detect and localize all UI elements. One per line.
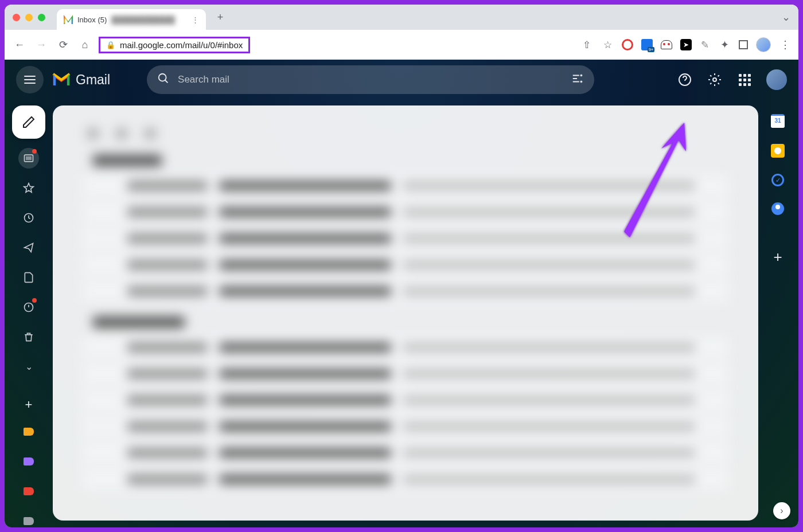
tab-close-icon[interactable]: ⋮ [192,15,199,24]
settings-button[interactable] [703,68,726,91]
keep-addon[interactable] [771,144,785,158]
gmail-favicon [64,15,73,24]
search-options-icon[interactable] [571,72,584,88]
sent-nav[interactable] [18,237,39,258]
url-text[interactable]: mail.google.com/mail/u/0/#inbox [120,40,243,50]
star-icon [23,182,34,194]
inbox-icon [23,152,34,164]
svg-point-0 [159,73,166,81]
close-window-button[interactable] [13,14,20,21]
label-purple[interactable] [18,451,39,472]
label-orange[interactable] [18,421,39,442]
chrome-menu-icon[interactable]: ⋮ [779,38,792,51]
svg-rect-5 [26,157,32,161]
starred-nav[interactable] [18,178,39,198]
bookmark-star-icon[interactable]: ☆ [601,38,614,51]
browser-toolbar: ← → ⟳ ⌂ 🔒 mail.google.com/mail/u/0/#inbo… [5,30,798,60]
hamburger-icon [24,76,36,84]
gmail-m-icon [52,72,71,87]
search-icon [157,72,170,88]
label-red[interactable] [18,481,39,502]
gear-icon [708,73,722,87]
side-panel: + [763,114,793,266]
inbox-nav[interactable] [18,148,39,169]
account-avatar[interactable] [766,69,787,90]
label-icon [24,487,34,495]
send-icon [23,242,34,253]
tab-title: Inbox (5) [77,15,107,24]
gmail-header: Gmail [5,60,798,100]
forward-button[interactable]: → [33,37,49,53]
extensions-menu-icon[interactable]: ✦ [718,38,731,51]
back-button[interactable]: ← [11,37,28,53]
tasks-addon[interactable] [771,174,784,186]
address-bar-highlight: 🔒 mail.google.com/mail/u/0/#inbox [99,37,250,53]
window-controls [13,14,45,21]
support-button[interactable] [673,68,696,91]
file-icon [23,272,34,283]
reload-button[interactable]: ⟳ [55,37,71,53]
lock-icon[interactable]: 🔒 [106,41,115,49]
main-menu-button[interactable] [16,66,44,93]
share-icon[interactable]: ⇧ [580,38,593,51]
search-box[interactable] [147,65,594,94]
tab-title-redacted: ████████████ [111,15,175,24]
extension-opera-icon[interactable] [622,39,633,50]
home-button[interactable]: ⌂ [77,37,93,53]
toolbar-right: ⇧ ☆ ➤ ✎ ✦ ⋮ [580,37,792,52]
alert-icon [23,302,34,313]
help-icon [678,73,692,87]
left-nav-rail: ⌄ + [11,105,46,527]
label-icon [24,517,34,525]
notification-dot [32,149,37,154]
compose-button[interactable] [12,105,45,139]
snoozed-nav[interactable] [18,208,39,228]
important-nav[interactable] [18,297,39,318]
hide-side-panel-button[interactable]: › [773,502,790,519]
clock-icon [23,212,34,224]
apps-grid-icon [739,74,751,86]
maximize-window-button[interactable] [38,14,45,21]
tabs-overflow-button[interactable]: ⌄ [782,11,790,24]
notification-dot [32,298,37,303]
mail-list-blurred [53,105,758,521]
extension-privacy-icon[interactable] [661,40,672,49]
extension-brush-icon[interactable]: ✎ [700,40,710,50]
trash-icon [23,331,34,343]
label-icon [24,428,34,436]
minimize-window-button[interactable] [25,14,33,21]
trash-nav[interactable] [18,327,39,347]
gmail-wordmark: Gmail [76,72,110,88]
get-addons-button[interactable]: + [773,248,782,266]
search-input[interactable] [178,74,571,85]
browser-title-bar: Inbox (5) ████████████ ⋮ + ⌄ [5,5,798,30]
drafts-nav[interactable] [18,267,39,288]
label-gray[interactable] [18,511,39,527]
google-apps-button[interactable] [733,68,756,91]
pencil-icon [22,115,36,129]
contacts-addon[interactable] [771,202,784,215]
svg-line-1 [165,80,168,83]
label-icon [24,457,34,466]
mail-list-panel [53,105,758,521]
more-nav-toggle[interactable]: ⌄ [25,361,33,372]
new-label-button[interactable]: + [25,397,33,412]
extension-translate-icon[interactable] [641,39,653,50]
calendar-addon[interactable] [771,114,785,128]
chrome-profile-avatar[interactable] [756,37,771,52]
new-tab-button[interactable]: + [212,9,229,26]
svg-point-3 [713,78,716,81]
gmail-app: Gmail [5,60,798,527]
extension-reader-icon[interactable] [739,40,748,49]
browser-tab[interactable]: Inbox (5) ████████████ ⋮ [57,9,206,30]
extension-send-icon[interactable]: ➤ [680,39,692,50]
gmail-logo[interactable]: Gmail [52,72,110,88]
